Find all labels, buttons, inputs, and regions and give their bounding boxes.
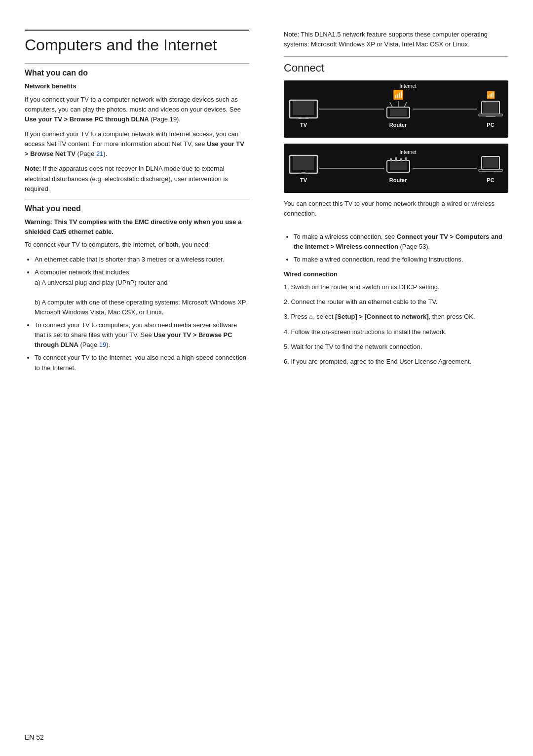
- page-title: Computers and the Internet: [25, 30, 249, 54]
- wifi-icon-pc-1: 📶: [487, 91, 495, 98]
- svg-rect-20: [395, 157, 397, 161]
- need-item-3: To connect your TV to computers, you als…: [35, 320, 249, 350]
- svg-rect-12: [486, 116, 495, 117]
- connect-bullets: To make a wireless connection, see Conne…: [294, 232, 508, 265]
- pc-label-2: PC: [487, 177, 494, 183]
- connect-section: Connect TV: [284, 56, 508, 367]
- section-what-you-need: What you need Warning: This TV complies …: [25, 199, 249, 373]
- router-device-1: Internet 📶 Router: [385, 90, 412, 128]
- svg-rect-10: [483, 102, 498, 113]
- step-1: 1. Switch on the router and switch on it…: [284, 282, 508, 292]
- svg-rect-1: [293, 101, 314, 115]
- step-6: 6. If you are prompted, agree to the End…: [284, 357, 508, 367]
- pc-device-2: PC: [478, 155, 503, 183]
- router-label-1: Router: [389, 122, 407, 128]
- tv-label-1: TV: [300, 122, 307, 128]
- svg-rect-26: [486, 171, 495, 172]
- footer-text: EN 52: [25, 733, 44, 741]
- svg-rect-18: [390, 162, 407, 170]
- note-dlna: Note: If the apparatus does not recover …: [25, 164, 249, 193]
- svg-rect-19: [390, 158, 392, 161]
- svg-rect-14: [293, 156, 314, 170]
- page-footer: EN 52: [25, 733, 44, 741]
- svg-rect-22: [405, 157, 407, 161]
- diagram-wireless: TV Internet 📶: [284, 80, 508, 138]
- router-label-2: Router: [389, 177, 407, 183]
- line-tv-router-1: [319, 109, 384, 110]
- line-router-pc-2: [413, 168, 477, 169]
- diagram-wired: TV Internet: [284, 144, 508, 193]
- tv-device-1: TV: [289, 98, 318, 128]
- bullet-wired: To make a wired connection, read the fol…: [294, 255, 508, 265]
- svg-rect-5: [390, 109, 407, 116]
- need-intro: To connect your TV to computers, the Int…: [25, 240, 249, 250]
- router-svg-1: [385, 101, 412, 120]
- need-item-1: An ethernet cable that is shorter than 3…: [35, 255, 249, 265]
- pc-device-1: 📶 PC: [478, 91, 503, 128]
- wired-connection-title: Wired connection: [284, 269, 508, 279]
- svg-rect-3: [302, 117, 305, 119]
- warning-emc: Warning: This TV complies with the EMC d…: [25, 217, 249, 237]
- pc-label-1: PC: [487, 122, 494, 128]
- bullet-wireless: To make a wireless connection, see Conne…: [294, 232, 508, 252]
- tv-label-2: TV: [300, 177, 307, 183]
- step-2: 2. Connect the router with an ethernet c…: [284, 297, 508, 307]
- tv-device-2: TV: [289, 153, 318, 183]
- router-svg-2: [385, 156, 412, 175]
- step-3: 3. Press ⌂, select [Setup] > [Connect to…: [284, 312, 508, 322]
- step-4: 4. Follow the on-screen instructions to …: [284, 327, 508, 337]
- svg-rect-21: [400, 158, 402, 161]
- router-device-2: Internet Router: [385, 156, 412, 183]
- left-column: Computers and the Internet What you can …: [25, 30, 259, 378]
- line-tv-router-2: [319, 168, 384, 169]
- section-what-you-can-do: What you can do Network benefits If you …: [25, 63, 249, 193]
- svg-line-6: [390, 102, 392, 107]
- tv-icon-2: [289, 153, 318, 175]
- pc-svg-2: [478, 155, 503, 175]
- right-column: Note: This DLNA1.5 network feature suppo…: [279, 30, 508, 378]
- internet-label-1: Internet: [400, 83, 417, 89]
- svg-rect-16: [302, 172, 305, 174]
- need-list: An ethernet cable that is shorter than 3…: [35, 255, 249, 373]
- connect-title: Connect: [284, 56, 508, 75]
- step-5: 5. Wait for the TV to find the network c…: [284, 342, 508, 352]
- page-container: Computers and the Internet What you can …: [0, 0, 533, 398]
- wifi-icon-1: 📶: [393, 90, 404, 99]
- svg-rect-11: [479, 114, 502, 116]
- svg-rect-25: [479, 169, 502, 171]
- line-router-pc-1: [413, 109, 477, 110]
- internet-label-2: Internet: [400, 150, 417, 155]
- need-item-2: A computer network that includes: a) A u…: [35, 267, 249, 317]
- note-dlna15: Note: This DLNA1.5 network feature suppo…: [284, 30, 508, 49]
- svg-rect-24: [483, 157, 498, 168]
- pc-svg-1: [478, 100, 503, 120]
- svg-line-8: [404, 102, 407, 107]
- need-item-4: To connect your TV to the Internet, you …: [35, 353, 249, 373]
- subsection-network-benefits: Network benefits: [25, 81, 249, 91]
- section-title-what-you-need: What you need: [25, 199, 249, 213]
- connect-body: You can connect this TV to your home net…: [284, 199, 508, 219]
- para-storage: If you connect your TV to a computer net…: [25, 95, 249, 124]
- para-internet: If you connect your TV to a computer net…: [25, 129, 249, 159]
- section-title-what-you-can-do: What you can do: [25, 63, 249, 77]
- tv-icon-1: [289, 98, 318, 120]
